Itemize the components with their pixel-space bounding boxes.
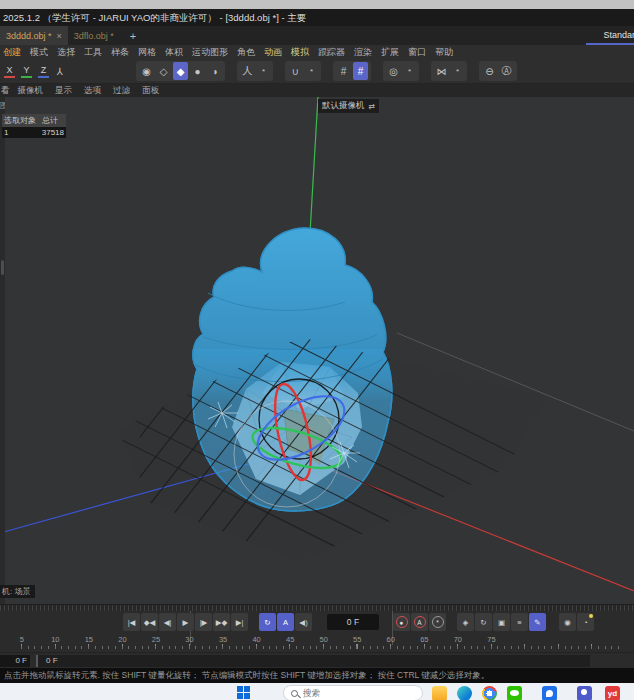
points-mode-icon[interactable]: ◉ [139,62,154,80]
menu-extensions[interactable]: 扩展 [381,46,399,59]
grid-icon[interactable]: # [336,62,351,80]
x-axis-lock-button[interactable]: X [2,63,17,80]
preview-range-slider[interactable]: 0 F [36,655,590,667]
panel-grip-handle[interactable] [1,260,4,275]
menu-spline[interactable]: 样条 [111,46,129,59]
viewport-left-divider [0,97,5,604]
next-key-button[interactable]: ▶◆ [213,613,230,631]
timeline-range-row: 0 F 0 F [0,652,634,668]
layout-selector[interactable]: Standard [603,30,634,40]
blue-app-icon[interactable] [542,686,557,700]
vp-menu-camera[interactable]: 摄像机 [18,85,44,97]
menu-render[interactable]: 渲染 [354,46,372,59]
edge-browser-icon[interactable] [457,686,472,700]
vp-menu-view[interactable]: 看 [1,85,10,97]
prev-key-button[interactable]: ◆◀ [141,613,158,631]
record-keyframe-button[interactable]: ● [393,613,410,631]
record-position-button[interactable]: ◈ [457,613,474,631]
loop-playback-button[interactable]: ↻ [259,613,276,631]
rings-gear-icon[interactable]: * [403,62,416,80]
snap-icon[interactable]: ∪ [288,62,303,80]
tab-3dflo-label: 3dflo.obj * [74,31,114,41]
timeline-ruler[interactable]: 510 1520 2530 3540 4550 5560 6570 75 [5,635,508,644]
status-hint-text: 点击并拖动鼠标旋转元素. 按住 SHIFT 键量化旋转； 节点编辑模式时按住 S… [4,670,489,680]
record-rotation-button[interactable]: ↻ [475,613,492,631]
search-input[interactable] [303,688,393,698]
vp-menu-panel[interactable]: 面板 [142,85,159,97]
goto-end-button[interactable]: ▶| [231,613,248,631]
total-count: 37518 [42,128,64,137]
sound-toggle-button[interactable]: ◀) [295,613,312,631]
capsule-icon[interactable]: ⊖ [482,62,497,80]
range-start-field[interactable]: 0 F [0,655,30,667]
edges-mode-icon[interactable]: ◇ [156,62,171,80]
menu-tools[interactable]: 工具 [84,46,102,59]
record-parameter-button[interactable]: ≡ [511,613,528,631]
keyframe-selection-button[interactable]: * [429,613,446,631]
contacts-app-icon[interactable] [577,686,592,700]
3d-viewport[interactable]: 图 默认摄像机 ⇄ 选取对象 总计 1 37518 机: 场景 [0,97,634,604]
object-mode-icon[interactable]: ● [190,62,205,80]
close-icon[interactable]: × [57,31,62,41]
wechat-icon[interactable] [507,686,522,700]
vp-menu-filter[interactable]: 过滤 [113,85,130,97]
grid-group: # # [333,61,371,81]
menu-character[interactable]: 角色 [237,46,255,59]
menu-mograph[interactable]: 运动图形 [192,46,228,59]
play-all-frames-button[interactable]: A [277,613,294,631]
youdao-dict-icon[interactable]: yd [605,686,620,700]
menu-mesh[interactable]: 网格 [138,46,156,59]
tab-3dddd[interactable]: 3dddd.obj * × [0,26,68,45]
polygons-mode-icon[interactable]: ◆ [173,62,188,80]
vp-menu-options[interactable]: 选项 [84,85,101,97]
record-scale-button[interactable]: ▣ [493,613,510,631]
coordinate-system-icon[interactable]: ⅄ [52,62,67,80]
menu-tracker[interactable]: 跟踪器 [318,46,345,59]
file-explorer-icon[interactable] [432,686,447,700]
autokey-button[interactable]: A [411,613,428,631]
current-frame-field[interactable]: 0 F [327,614,379,630]
auto-normal-icon[interactable]: Ⓐ [499,62,514,80]
tab-3dflo[interactable]: 3dflo.obj * [68,26,120,45]
play-button[interactable]: ▶ [177,613,194,631]
tool-bar: X Y Z ⅄ ◉ ◇ ◆ ● ◑ 人 * ∪ * # # [0,59,634,84]
y-axis-lock-button[interactable]: Y [19,63,34,80]
z-axis-lock-button[interactable]: Z [36,63,51,80]
modeling-rings-icon[interactable]: ◎ [386,62,401,80]
menu-help[interactable]: 帮助 [435,46,453,59]
workplane-icon[interactable]: 人 [240,62,255,80]
add-tab-button[interactable]: + [120,30,146,42]
menu-window[interactable]: 窗口 [408,46,426,59]
goto-start-button[interactable]: |◀ [123,613,140,631]
knife-gear-icon[interactable]: * [451,62,464,80]
timeline-dock-strip [0,604,634,611]
prev-frame-button[interactable]: ◀| [159,613,176,631]
title-bar[interactable]: 2025.1.2 （学生许可 - JIARUI YAO的非商业许可） - [3d… [0,9,634,26]
camera-name-label[interactable]: 默认摄像机 ⇄ [318,99,379,113]
minimal-ui-button[interactable]: ◔ [577,613,594,631]
menu-simulate[interactable]: 模拟 [291,46,309,59]
quantize-grid-icon[interactable]: # [353,62,368,80]
taskbar-search[interactable] [283,685,423,700]
menu-create[interactable]: 创建 [3,46,21,59]
windows-start-icon[interactable] [237,686,250,699]
clipped-panel-glyph: 图 [0,100,5,111]
scene-label: 机: 场景 [0,585,35,598]
menu-mode[interactable]: 模式 [30,46,48,59]
point-level-animation-button[interactable]: ✎ [529,613,546,631]
menu-select[interactable]: 选择 [57,46,75,59]
solo-button[interactable]: ◉ [559,613,576,631]
timeline[interactable]: |◀ ◆◀ ◀| ▶ |▶ ▶◆ ▶| ↻ A ◀) 0 F ● A * ◈ ↻… [0,611,634,652]
snap-gear-icon[interactable]: * [305,62,318,80]
rings-group: ◎ * [383,61,419,81]
mode-button-group: ◉ ◇ ◆ ● ◑ [136,61,225,81]
vp-menu-display[interactable]: 显示 [55,85,72,97]
texture-mode-icon[interactable]: ◑ [207,62,222,80]
workplane-gear-icon[interactable]: * [257,62,270,80]
chrome-browser-icon[interactable] [482,686,497,700]
windows-taskbar: yd [0,683,634,700]
menu-volume[interactable]: 体积 [165,46,183,59]
next-frame-button[interactable]: |▶ [195,613,212,631]
menu-animation[interactable]: 动画 [264,46,282,59]
split-icon[interactable]: ⋈ [434,62,449,80]
